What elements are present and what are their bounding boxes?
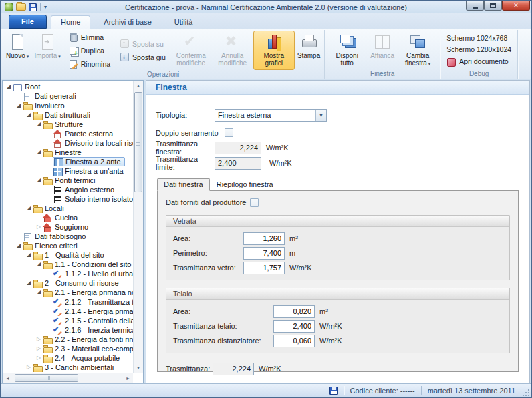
tree-expander-icon[interactable]: ◢ [25, 251, 33, 259]
tree-expander-icon[interactable]: ◢ [35, 176, 43, 184]
tree-item[interactable]: 1.1.2 - Livello di urbanizzaz [3, 269, 133, 278]
tree-item-body: Ponti termici [43, 176, 98, 185]
tree-expander-icon[interactable]: ▷ [35, 345, 43, 353]
tree-item[interactable]: Divisorio tra locali riscaldati [3, 138, 133, 148]
tree-item[interactable]: Dati fabbisogno [3, 232, 133, 241]
confirm-icon [182, 33, 200, 51]
scroll-down-icon[interactable]: ▼ [134, 363, 143, 373]
tree-item[interactable]: ◢Finestre [3, 148, 133, 157]
ribbon-button-disponi-tutto[interactable]: Disponi tutto [326, 31, 368, 69]
tree-item[interactable]: ◢Involucro [3, 101, 133, 110]
ribbon-button-sposta-su[interactable]: Sposta su [116, 37, 169, 50]
tree-item[interactable]: ▷Soggiorno [3, 222, 133, 232]
tab-riepilogo-finestra[interactable]: Riepilogo finestra [210, 178, 280, 191]
maximize-button[interactable] [484, 1, 502, 11]
ribbon-button-apri-documento[interactable]: Apri documento [443, 55, 515, 68]
ribbon-button-cambia-finestra[interactable]: Cambia finestra [397, 31, 438, 69]
scroll-left-icon[interactable]: ◄ [3, 373, 13, 383]
qat-dropdown-icon[interactable]: ▾ [44, 5, 47, 10]
horizontal-scroll-thumb[interactable] [15, 374, 78, 382]
tree-expander-icon[interactable]: ▷ [35, 223, 43, 231]
scroll-right-icon[interactable]: ► [123, 373, 133, 383]
tree-horizontal-scrollbar[interactable]: ◄ ► [3, 373, 133, 383]
doppio-serramento-checkbox[interactable] [225, 128, 233, 137]
chevron-down-icon[interactable]: ▼ [315, 110, 326, 121]
tree-item[interactable]: Parete esterna [3, 129, 133, 138]
tree-vertical-scrollbar[interactable]: ▲ ▼ [133, 81, 143, 373]
trasmittanza-vetro-input[interactable] [243, 262, 285, 274]
tipologia-select[interactable]: Finestra esterna ▼ [215, 109, 327, 122]
tree-item[interactable]: ◢Dati strutturali [3, 110, 133, 120]
save-file-icon[interactable] [29, 3, 37, 11]
tree-expander-icon[interactable]: ◢ [35, 260, 43, 268]
ribbon-button-affianca[interactable]: Affianca [368, 31, 397, 69]
tree-item[interactable]: 2.1.5 - Controllo della radia [3, 316, 133, 325]
area-input[interactable] [273, 305, 315, 318]
ribbon-button-annulla-modifiche[interactable]: Annulla modifiche [212, 31, 253, 70]
ribbon-button-mostra-grafici[interactable]: Mostra grafici [253, 31, 295, 70]
tree-item[interactable]: ◢2 - Consumo di risorse [3, 278, 133, 288]
trasmittanza-distanziatore-input[interactable] [273, 335, 315, 347]
scroll-up-icon[interactable]: ▲ [134, 81, 143, 91]
tree-expander-icon[interactable]: ◢ [25, 204, 33, 212]
tree-expander-icon[interactable]: ◢ [35, 120, 43, 128]
tree-item[interactable]: Cucina [3, 213, 133, 222]
tree-item[interactable]: ◢Elenco criteri [3, 241, 133, 250]
tree-expander-icon[interactable]: ◢ [35, 148, 43, 156]
vertical-scroll-thumb[interactable] [134, 92, 142, 192]
resize-grip[interactable] [521, 387, 530, 397]
tab-file[interactable]: File [9, 15, 47, 29]
tree-item[interactable]: Finestra a un'anta [3, 166, 133, 176]
tree-expander-icon[interactable]: ▷ [35, 335, 43, 343]
tree-item[interactable]: 2.1.2 - Trasmittanza termic [3, 297, 133, 307]
minimize-button[interactable] [466, 1, 484, 11]
tree-item[interactable]: ◢Root [3, 82, 133, 91]
tree-item[interactable]: Dati generali [3, 91, 133, 101]
tree-expander-icon[interactable]: ◢ [25, 279, 33, 287]
tree-expander-icon[interactable]: ◢ [25, 111, 33, 119]
area-input[interactable] [243, 232, 285, 245]
tree-item[interactable]: ◢1 - Qualità del sito [3, 250, 133, 260]
tree-item[interactable]: 2.1.4 - Energia primaria pe [3, 307, 133, 316]
tree-item[interactable]: Finestra a 2 ante [3, 157, 133, 166]
ribbon-button-importa[interactable]: Importa [31, 31, 63, 70]
ribbon-button-rinomina[interactable]: Rinomina [65, 57, 114, 70]
tree-item[interactable]: ▷2.2 - Energia da fonti rinnovab [3, 335, 133, 344]
perimetro-input[interactable] [243, 247, 285, 260]
trasmittanza-telaio-input[interactable] [273, 320, 315, 333]
tree-item[interactable]: ▷2.4 - Acqua potabile [3, 353, 133, 363]
tree-expander-icon[interactable]: ◢ [15, 102, 23, 110]
ribbon-button-label: Schermo 1280x1024 [446, 45, 511, 53]
tab-utilita[interactable]: Utilità [165, 16, 203, 29]
tree-item[interactable]: 2.1.6 - Inerzia termica dell [3, 325, 133, 335]
tree-item-body: Root [13, 83, 42, 91]
tree-item[interactable]: ◢2.1 - Energia primaria non rinn [3, 288, 133, 297]
ribbon-button-schermo-1280x1024[interactable]: Schermo 1280x1024 [443, 44, 515, 55]
tree-item[interactable]: ◢1.1 - Condizioni del sito [3, 260, 133, 269]
tree-item[interactable]: ▷3 - Carichi ambientali [3, 363, 133, 372]
tab-dati-finestra[interactable]: Dati finestra [157, 178, 210, 191]
tree-expander-icon[interactable]: ◢ [5, 83, 13, 91]
tree-expander-icon[interactable]: ◢ [35, 288, 43, 296]
ribbon-button-nuovo[interactable]: Nuovo [3, 31, 31, 70]
ribbon-button-schermo-1024x768[interactable]: Schermo 1024x768 [443, 33, 515, 43]
tree-item[interactable]: Solaio interno isolato all'est [3, 194, 133, 204]
ribbon-button-conferma-modifiche[interactable]: Conferma modifiche [170, 31, 212, 70]
tab-home[interactable]: Home [51, 15, 90, 29]
tree-item[interactable]: ◢Strutture [3, 120, 133, 129]
tree-item[interactable]: ▷2.3 - Materiali eco-compatibili [3, 344, 133, 353]
tree-item[interactable]: ◢Locali [3, 204, 133, 213]
tree-item[interactable]: ◢Ponti termici [3, 176, 133, 185]
ribbon-button-sposta-gi[interactable]: Sposta giù [116, 51, 169, 63]
tab-archivi-di-base[interactable]: Archivi di base [94, 16, 161, 29]
ribbon-button-stampa[interactable]: Stampa [295, 31, 323, 70]
ribbon-button-elimina[interactable]: Elimina [65, 31, 114, 43]
ribbon-button-duplica[interactable]: Duplica [65, 44, 114, 57]
dati-produttore-checkbox[interactable] [250, 198, 259, 207]
tree-expander-icon[interactable]: ▷ [25, 363, 33, 371]
tree-expander-icon[interactable]: ◢ [15, 242, 23, 250]
open-file-icon[interactable] [16, 3, 26, 11]
close-button[interactable]: ✕ [502, 1, 530, 11]
tree-item[interactable]: Angolo esterno [3, 185, 133, 194]
tree-expander-icon[interactable]: ▷ [35, 354, 43, 362]
